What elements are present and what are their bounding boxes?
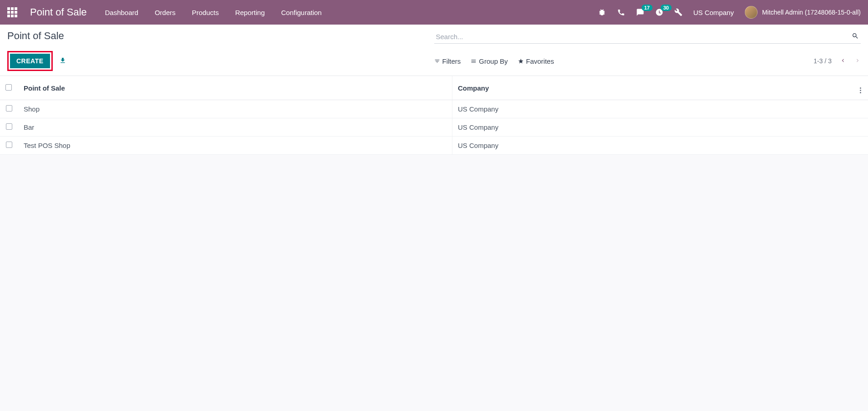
nav-reporting[interactable]: Reporting <box>235 9 265 16</box>
search-bar <box>434 30 861 44</box>
cell-name: Shop <box>18 100 452 118</box>
create-button[interactable]: CREATE <box>10 54 50 68</box>
table-row[interactable]: Shop US Company <box>0 100 868 118</box>
groupby-label: Group By <box>479 57 507 65</box>
nav-orders[interactable]: Orders <box>155 9 176 16</box>
cell-name: Test POS Shop <box>18 137 452 155</box>
nav-configuration[interactable]: Configuration <box>281 9 321 16</box>
nav-products[interactable]: Products <box>192 9 219 16</box>
col-header-name[interactable]: Point of Sale <box>18 76 452 100</box>
nav-dashboard[interactable]: Dashboard <box>105 9 138 16</box>
debug-icon[interactable] <box>598 8 606 16</box>
favorites-label: Favorites <box>526 57 554 65</box>
company-switcher[interactable]: US Company <box>693 9 734 16</box>
pager-prev[interactable] <box>840 57 846 65</box>
cell-name: Bar <box>18 118 452 137</box>
tools-icon[interactable] <box>674 8 682 16</box>
messages-icon[interactable]: 17 <box>636 8 644 16</box>
page-title: Point of Sale <box>7 30 64 42</box>
groupby-dropdown[interactable]: Group By <box>471 57 507 65</box>
table-row[interactable]: Bar US Company <box>0 118 868 137</box>
filters-label: Filters <box>442 57 461 65</box>
pager-text[interactable]: 1-3 / 3 <box>813 57 832 65</box>
table-row[interactable]: Test POS Shop US Company <box>0 137 868 155</box>
export-icon[interactable] <box>59 57 66 66</box>
search-icon[interactable] <box>852 32 859 41</box>
row-checkbox[interactable] <box>6 142 12 148</box>
nav-menu: Dashboard Orders Products Reporting Conf… <box>105 9 322 16</box>
cell-company: US Company <box>452 137 855 155</box>
user-name: Mitchell Admin (17248068-15-0-all) <box>762 9 861 16</box>
col-header-company[interactable]: Company <box>452 76 855 100</box>
phone-icon[interactable] <box>617 8 625 16</box>
pager-next[interactable] <box>854 57 861 65</box>
list-table: Point of Sale Company Shop US Company Ba… <box>0 76 868 155</box>
columns-menu-icon[interactable] <box>860 87 861 93</box>
row-checkbox[interactable] <box>6 123 12 130</box>
row-checkbox[interactable] <box>6 105 12 112</box>
control-panel: Point of Sale CREATE Filters <box>0 25 868 76</box>
cell-company: US Company <box>452 118 855 137</box>
user-menu[interactable]: Mitchell Admin (17248068-15-0-all) <box>745 6 861 19</box>
app-brand[interactable]: Point of Sale <box>30 6 87 18</box>
cell-company: US Company <box>452 100 855 118</box>
avatar <box>745 6 758 19</box>
messages-badge: 17 <box>642 5 652 11</box>
apps-icon[interactable] <box>7 7 17 17</box>
create-button-highlight: CREATE <box>7 51 53 71</box>
activities-badge: 30 <box>661 5 672 11</box>
search-input[interactable] <box>434 30 861 43</box>
filters-dropdown[interactable]: Filters <box>434 57 461 65</box>
select-all-checkbox[interactable] <box>5 84 12 91</box>
favorites-dropdown[interactable]: Favorites <box>518 57 554 65</box>
top-navbar: Point of Sale Dashboard Orders Products … <box>0 0 868 25</box>
activities-icon[interactable]: 30 <box>655 8 663 16</box>
